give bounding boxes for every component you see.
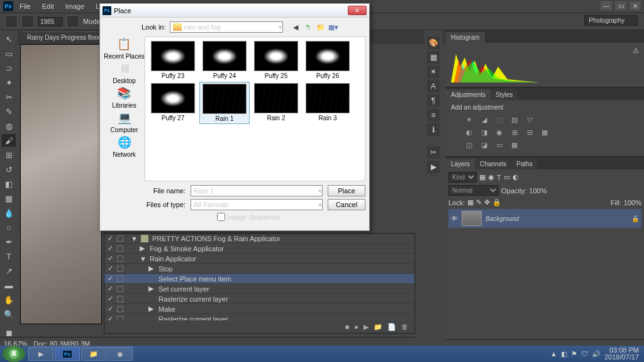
- clock[interactable]: 03:08 PM2018/07/17: [604, 347, 639, 361]
- view-menu-icon[interactable]: ▦▾: [328, 22, 338, 32]
- task-mediaplayer[interactable]: ▶: [28, 347, 53, 361]
- menu-edit[interactable]: Edit: [37, 1, 59, 11]
- new-folder-icon[interactable]: 📁: [316, 22, 326, 32]
- tray-icon[interactable]: ▲: [550, 350, 557, 358]
- lock-icon[interactable]: 🔒: [492, 198, 501, 206]
- opacity-value[interactable]: 100%: [529, 187, 547, 195]
- sidebar-desktop[interactable]: 🖥Desktop: [113, 61, 136, 84]
- lasso-tool[interactable]: ⊃: [2, 62, 16, 74]
- action-row[interactable]: ✓Select Place menu item: [104, 274, 414, 284]
- paragraph-icon[interactable]: ¶: [427, 94, 440, 107]
- file-item[interactable]: Puffy 24: [199, 40, 250, 81]
- bw-icon[interactable]: ◨: [479, 127, 490, 137]
- eyedropper-tool[interactable]: ✎: [2, 105, 16, 118]
- trash-icon[interactable]: 🗑: [401, 323, 408, 331]
- path-tool[interactable]: ↗: [2, 264, 16, 277]
- task-chrome[interactable]: ◉: [108, 347, 133, 361]
- action-row[interactable]: ✓▼Rain Applicator: [104, 254, 414, 264]
- histogram-tab[interactable]: Histogram: [446, 32, 485, 43]
- posterize-icon[interactable]: ◫: [464, 140, 475, 150]
- action-row[interactable]: ✓▶Stop: [104, 264, 414, 274]
- new-set-icon[interactable]: 📁: [374, 323, 382, 331]
- cancel-button[interactable]: Cancel: [328, 199, 365, 210]
- styles-tab[interactable]: Styles: [491, 89, 518, 100]
- pen-tool[interactable]: ✒: [2, 235, 16, 248]
- wand-tool[interactable]: ✦: [2, 76, 16, 89]
- check-icon[interactable]: ✓: [107, 244, 113, 252]
- type-icon[interactable]: A: [427, 80, 440, 93]
- history-brush-tool[interactable]: ↺: [2, 163, 16, 176]
- marquee-tool[interactable]: ▭: [2, 47, 16, 60]
- workspace-select[interactable]: Photography: [584, 15, 638, 26]
- menu-file[interactable]: File: [14, 1, 36, 11]
- brush-size-input[interactable]: [38, 17, 63, 26]
- brushes-icon[interactable]: ✶: [427, 65, 440, 78]
- levels-icon[interactable]: ◢: [479, 115, 490, 125]
- start-button[interactable]: [3, 346, 25, 362]
- sidebar-recent[interactable]: 📋Recent Places: [104, 37, 144, 60]
- layer-row[interactable]: 👁 Background 🔒: [448, 209, 641, 228]
- paths-tab[interactable]: Paths: [511, 159, 538, 169]
- sidebar-network[interactable]: 🌐Network: [113, 135, 136, 158]
- file-list[interactable]: Puffy 23Puffy 24Puffy 25Puffy 26Puffy 27…: [145, 37, 365, 181]
- gradient-map-icon[interactable]: ▭: [494, 140, 505, 150]
- dialog-toggle[interactable]: [117, 246, 123, 252]
- dialog-toggle[interactable]: [117, 276, 123, 282]
- task-explorer[interactable]: 📁: [81, 347, 106, 361]
- check-icon[interactable]: ✓: [107, 254, 113, 263]
- heal-tool[interactable]: ◍: [2, 120, 16, 132]
- hue-icon[interactable]: ◐: [464, 127, 475, 137]
- dialog-titlebar[interactable]: Ps Place ✕: [100, 4, 369, 18]
- styles-icon[interactable]: ≡: [427, 109, 440, 122]
- brush-tool[interactable]: 🖌: [2, 134, 16, 147]
- expand-icon[interactable]: ▶: [148, 264, 155, 273]
- dialog-toggle[interactable]: [117, 266, 123, 272]
- fill-value[interactable]: 100%: [624, 199, 641, 206]
- action-row[interactable]: ✓Rasterize current layer: [104, 294, 414, 304]
- lock-icon[interactable]: ▦: [467, 198, 474, 206]
- invert-icon[interactable]: ▦: [539, 127, 550, 137]
- eraser-tool[interactable]: ◧: [2, 178, 16, 190]
- warning-icon[interactable]: ⚠: [633, 47, 639, 55]
- play-icon[interactable]: ▶: [364, 323, 369, 331]
- task-photoshop[interactable]: Ps: [55, 347, 80, 361]
- selective-color-icon[interactable]: ▦: [509, 140, 520, 150]
- stop-icon[interactable]: ■: [345, 323, 350, 331]
- layers-tab[interactable]: Layers: [446, 159, 475, 169]
- expand-icon[interactable]: ▶: [148, 285, 155, 293]
- check-icon[interactable]: ✓: [107, 305, 113, 313]
- minimize-button[interactable]: —: [601, 1, 612, 10]
- record-icon[interactable]: ●: [354, 323, 358, 331]
- dodge-tool[interactable]: ○: [2, 221, 16, 234]
- maximize-button[interactable]: ▭: [615, 1, 626, 10]
- place-button[interactable]: Place: [328, 185, 365, 196]
- shape-tool[interactable]: ▬: [2, 279, 16, 291]
- file-item[interactable]: Puffy 26: [303, 40, 353, 81]
- sidebar-computer[interactable]: 💻Computer: [111, 110, 138, 133]
- dialog-toggle[interactable]: [117, 256, 123, 262]
- action-row[interactable]: ✓▶Set current layer: [104, 284, 414, 294]
- action-row[interactable]: ✓▶Fog & Smoke Applicator: [104, 244, 414, 254]
- dialog-toggle[interactable]: [117, 286, 123, 292]
- canvas[interactable]: [20, 44, 102, 324]
- expand-icon[interactable]: ▼: [131, 235, 137, 242]
- filter-icon[interactable]: T: [497, 174, 501, 181]
- move-tool[interactable]: ↖: [2, 33, 16, 45]
- tray-icon[interactable]: 🛡: [581, 350, 588, 358]
- dialog-toggle[interactable]: [117, 306, 123, 312]
- check-icon[interactable]: ✓: [107, 285, 113, 293]
- check-icon[interactable]: ✓: [107, 264, 113, 273]
- curves-icon[interactable]: ⬚: [494, 115, 505, 125]
- dialog-toggle[interactable]: [117, 235, 123, 242]
- tray-icon[interactable]: ◧: [561, 350, 567, 358]
- brush-preview-icon[interactable]: [21, 15, 34, 28]
- tray-icon[interactable]: 🔊: [592, 350, 601, 358]
- swatches-icon[interactable]: ▦: [427, 51, 440, 64]
- sidebar-libraries[interactable]: 📚Libraries: [112, 86, 136, 109]
- vibrance-icon[interactable]: ▽: [524, 115, 535, 125]
- menu-image[interactable]: Image: [60, 1, 90, 11]
- up-icon[interactable]: ↰: [303, 22, 313, 32]
- stamp-tool[interactable]: ⊞: [2, 149, 16, 161]
- file-item[interactable]: Puffy 25: [251, 40, 301, 81]
- filter-icon[interactable]: ▭: [504, 173, 510, 181]
